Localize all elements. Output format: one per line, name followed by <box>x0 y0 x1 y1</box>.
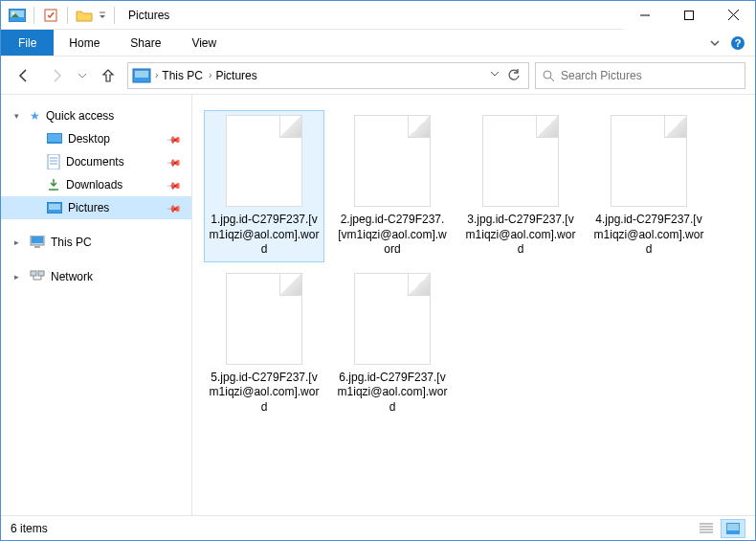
search-input[interactable] <box>561 69 739 82</box>
svg-text:?: ? <box>735 37 742 49</box>
file-name: 5.jpg.id-C279F237.[vm1iqzi@aol.com].word <box>209 371 320 416</box>
expand-icon[interactable]: ▸ <box>14 237 19 247</box>
pin-icon: 📌 <box>167 200 182 215</box>
sidebar-item-pictures[interactable]: Pictures 📌 <box>1 196 191 219</box>
sidebar-item-documents[interactable]: Documents 📌 <box>1 150 191 173</box>
file-thumbnail <box>354 115 431 207</box>
qat-dropdown-icon[interactable] <box>97 5 108 26</box>
navigation-bar: › This PC › Pictures <box>1 56 755 95</box>
main-area: ▾ ★ Quick access Desktop 📌 Documents 📌 D… <box>1 95 755 515</box>
minimize-button[interactable] <box>623 1 667 30</box>
svg-rect-26 <box>32 237 43 243</box>
sidebar-item-label: Documents <box>66 155 124 169</box>
sidebar-item-label: Downloads <box>66 178 122 192</box>
desktop-icon <box>47 133 62 145</box>
titlebar: Pictures <box>1 1 755 30</box>
svg-rect-17 <box>48 134 61 142</box>
file-name: 3.jpg.id-C279F237.[vm1iqzi@aol.com].word <box>465 213 576 258</box>
file-name: 2.jpeg.id-C279F237.[vm1iqzi@aol.com].wor… <box>337 213 448 258</box>
file-list[interactable]: 1.jpg.id-C279F237.[vm1iqzi@aol.com].word… <box>192 95 755 515</box>
file-item[interactable]: 4.jpg.id-C279F237.[vm1iqzi@aol.com].word <box>589 110 709 262</box>
sidebar-item-label: Quick access <box>46 109 114 123</box>
breadcrumb-segment[interactable]: Pictures <box>215 69 256 82</box>
file-thumbnail <box>354 273 431 365</box>
svg-line-15 <box>550 78 554 81</box>
file-name: 1.jpg.id-C279F237.[vm1iqzi@aol.com].word <box>209 213 320 258</box>
file-name: 4.jpg.id-C279F237.[vm1iqzi@aol.com].word <box>593 213 704 258</box>
sidebar-item-label: This PC <box>51 236 92 249</box>
sidebar-this-pc[interactable]: ▸ This PC <box>1 231 191 254</box>
tab-share[interactable]: Share <box>115 30 176 56</box>
recent-dropdown-icon[interactable] <box>76 62 89 89</box>
downloads-icon <box>47 178 60 192</box>
sidebar-item-label: Pictures <box>68 201 109 214</box>
refresh-icon[interactable] <box>507 69 521 82</box>
status-text: 6 items <box>11 522 48 535</box>
sidebar-network[interactable]: ▸ Network <box>1 265 191 288</box>
file-name: 6.jpg.id-C279F237.[vm1iqzi@aol.com].word <box>337 371 448 416</box>
details-view-button[interactable] <box>694 519 719 538</box>
close-button[interactable] <box>711 1 755 30</box>
file-tab[interactable]: File <box>1 30 54 56</box>
file-thumbnail <box>226 115 302 207</box>
properties-icon[interactable] <box>40 5 61 26</box>
help-icon[interactable]: ? <box>730 35 745 51</box>
pin-icon: 📌 <box>167 131 182 147</box>
file-item[interactable]: 2.jpeg.id-C279F237.[vm1iqzi@aol.com].wor… <box>332 110 453 262</box>
search-box[interactable] <box>535 62 745 89</box>
ribbon: File Home Share View ? <box>1 30 755 56</box>
breadcrumb-dropdown-icon[interactable] <box>490 69 500 82</box>
sidebar-item-label: Network <box>51 270 93 283</box>
file-thumbnail <box>611 115 687 207</box>
file-item[interactable]: 3.jpg.id-C279F237.[vm1iqzi@aol.com].word <box>460 110 581 262</box>
sidebar-quick-access[interactable]: ▾ ★ Quick access <box>1 104 191 127</box>
pictures-icon <box>47 202 62 214</box>
maximize-button[interactable] <box>667 1 711 30</box>
collapse-icon[interactable]: ▾ <box>14 111 19 121</box>
svg-rect-29 <box>38 271 44 276</box>
window-controls <box>623 1 755 30</box>
file-thumbnail <box>482 115 559 207</box>
svg-point-14 <box>544 71 551 79</box>
back-button[interactable] <box>11 62 37 89</box>
quick-access-toolbar: Pictures <box>1 5 169 26</box>
svg-rect-28 <box>31 271 36 276</box>
network-icon <box>30 270 45 283</box>
svg-rect-13 <box>135 71 148 78</box>
svg-rect-38 <box>727 524 739 530</box>
file-thumbnail <box>226 273 302 365</box>
window-title: Pictures <box>128 9 169 22</box>
star-icon: ★ <box>30 109 40 123</box>
file-item[interactable]: 1.jpg.id-C279F237.[vm1iqzi@aol.com].word <box>204 110 324 262</box>
breadcrumb[interactable]: › This PC › Pictures <box>127 62 529 89</box>
pin-icon: 📌 <box>167 177 182 192</box>
pin-icon: 📌 <box>167 154 182 169</box>
documents-icon <box>47 154 60 169</box>
file-item[interactable]: 6.jpg.id-C279F237.[vm1iqzi@aol.com].word <box>332 268 453 420</box>
breadcrumb-segment[interactable]: This PC › <box>162 69 211 82</box>
search-icon <box>542 69 555 82</box>
sidebar-item-label: Desktop <box>68 132 110 146</box>
expand-ribbon-icon[interactable] <box>709 37 721 49</box>
svg-rect-24 <box>49 204 60 210</box>
expand-icon[interactable]: ▸ <box>14 272 19 282</box>
navigation-pane: ▾ ★ Quick access Desktop 📌 Documents 📌 D… <box>1 95 192 515</box>
tab-view[interactable]: View <box>176 30 232 56</box>
status-bar: 6 items <box>1 515 755 540</box>
thumbnails-view-button[interactable] <box>721 519 745 538</box>
tab-home[interactable]: Home <box>54 30 115 56</box>
svg-rect-27 <box>34 246 40 248</box>
folder-icon[interactable] <box>74 5 95 26</box>
app-icon <box>7 5 28 26</box>
sidebar-item-downloads[interactable]: Downloads 📌 <box>1 173 191 196</box>
this-pc-icon <box>30 236 45 249</box>
chevron-right-icon[interactable]: › <box>155 70 158 80</box>
location-icon <box>132 68 151 83</box>
file-item[interactable]: 5.jpg.id-C279F237.[vm1iqzi@aol.com].word <box>204 268 324 420</box>
svg-rect-18 <box>48 154 59 169</box>
svg-rect-7 <box>685 11 694 19</box>
up-button[interactable] <box>95 62 122 89</box>
forward-button[interactable] <box>43 62 70 89</box>
sidebar-item-desktop[interactable]: Desktop 📌 <box>1 127 191 150</box>
